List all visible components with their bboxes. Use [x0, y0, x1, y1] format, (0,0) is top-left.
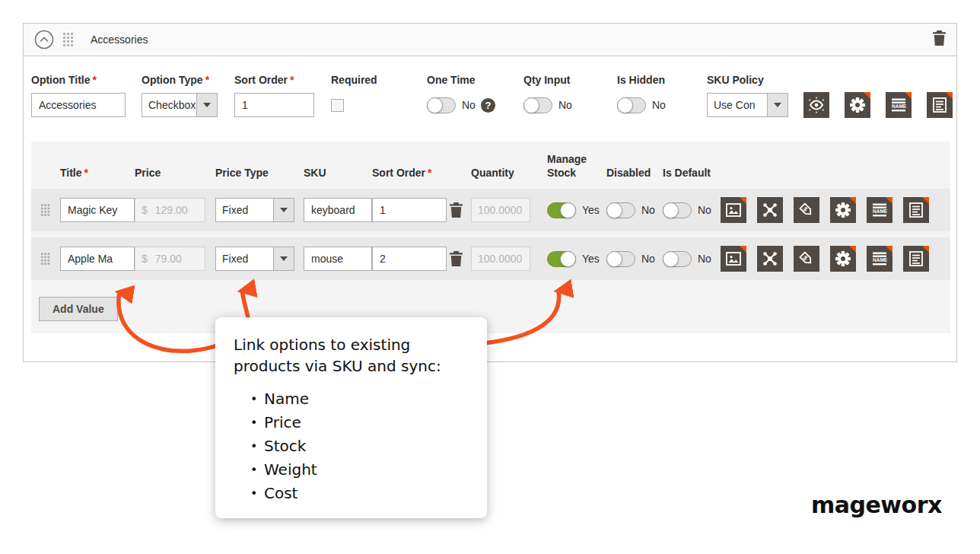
required-checkbox[interactable]: [331, 99, 344, 112]
option-type-label: Option Type: [142, 74, 203, 86]
row-drag-handle-icon[interactable]: [31, 203, 60, 218]
option-type-select[interactable]: Checkbox: [142, 93, 218, 117]
field-required: Required: [331, 74, 377, 117]
disabled-toggle[interactable]: [606, 202, 635, 218]
field-option-type: Option Type* Checkbox: [142, 74, 218, 117]
required-label: Required: [331, 74, 377, 86]
image-icon[interactable]: [721, 246, 746, 272]
is-default-toggle[interactable]: [663, 202, 692, 218]
value-row-keyboard: $129.00 Fixed 100.0000 Yes No No $: [31, 189, 950, 231]
col-price: Price: [135, 166, 215, 180]
sync-name-icon[interactable]: NAME: [867, 197, 892, 223]
sync-description-icon[interactable]: [927, 92, 953, 118]
visibility-eye-icon[interactable]: [803, 92, 829, 118]
is-hidden-label: Is Hidden: [617, 74, 666, 86]
settings-gear-icon[interactable]: [845, 92, 870, 118]
col-manage-stock: Manage Stock: [547, 152, 606, 180]
settings-gear-icon[interactable]: [830, 246, 856, 272]
one-time-toggle[interactable]: [427, 97, 456, 113]
price-tag-icon[interactable]: $: [794, 246, 819, 272]
field-option-title: Option Title*: [31, 74, 126, 117]
qty-input-state: No: [558, 99, 572, 111]
delete-option-trash-icon[interactable]: [933, 30, 946, 49]
required-asterisk: *: [93, 74, 97, 86]
dependency-network-icon[interactable]: [757, 246, 783, 272]
sort-order-input[interactable]: [234, 93, 314, 117]
value-sku-input[interactable]: [304, 247, 372, 271]
collapse-icon[interactable]: [34, 30, 54, 49]
row-drag-handle-icon[interactable]: [31, 252, 60, 266]
col-title: Title*: [60, 166, 135, 180]
svg-text:NAME: NAME: [892, 103, 907, 109]
new-feature-badge: [864, 92, 870, 99]
help-icon[interactable]: ?: [481, 98, 495, 113]
manage-stock-toggle[interactable]: [547, 202, 576, 218]
option-title-input[interactable]: [31, 93, 126, 117]
option-action-icons: NAME: [803, 92, 953, 118]
value-sort-order-input[interactable]: [372, 198, 447, 222]
is-default-toggle[interactable]: [663, 251, 692, 267]
value-price-field: $129.00: [135, 198, 205, 222]
is-hidden-state: No: [652, 99, 666, 111]
new-feature-badge: [886, 197, 892, 204]
new-feature-badge: [922, 197, 929, 204]
callout-item: Price: [234, 411, 473, 435]
one-time-state: No: [462, 99, 476, 111]
value-title-input[interactable]: [60, 198, 135, 222]
callout-item: Name: [234, 387, 473, 411]
price-type-select[interactable]: Fixed: [215, 198, 294, 222]
one-time-label: One Time: [427, 74, 495, 86]
add-value-strip: Add Value: [31, 286, 950, 321]
dependency-network-icon[interactable]: [757, 197, 783, 223]
required-asterisk: *: [290, 74, 294, 86]
sync-name-icon[interactable]: NAME: [886, 92, 912, 118]
is-hidden-toggle[interactable]: [617, 97, 646, 113]
svg-text:NAME: NAME: [873, 209, 888, 214]
chevron-down-icon: [273, 247, 294, 270]
value-sort-order-input[interactable]: [372, 247, 447, 271]
value-action-icons: $ NAME: [721, 197, 950, 223]
option-values-table: Title* Price Price Type SKU Sort Order* …: [31, 142, 950, 333]
new-feature-badge: [740, 246, 746, 253]
callout-item: Weight: [234, 458, 473, 482]
value-row-mouse: $79.00 Fixed 100.0000 Yes No No $: [31, 237, 950, 280]
col-disabled: Disabled: [606, 166, 663, 180]
value-title-input[interactable]: [60, 247, 135, 271]
sync-name-icon[interactable]: NAME: [867, 246, 892, 272]
qty-input-toggle[interactable]: [523, 97, 552, 113]
field-one-time: One Time No ?: [427, 74, 495, 117]
callout-item: Stock: [234, 435, 473, 458]
new-feature-badge: [849, 197, 856, 204]
value-sku-input[interactable]: [304, 198, 372, 222]
value-price-field: $79.00: [135, 247, 205, 271]
delete-value-trash-icon[interactable]: [450, 251, 471, 266]
option-title-heading: Accessories: [91, 33, 148, 46]
sku-policy-label: SKU Policy: [707, 74, 788, 86]
mageworx-logo: mageworx: [811, 492, 942, 518]
col-quantity: Quantity: [471, 166, 547, 180]
new-feature-badge: [886, 246, 892, 253]
field-qty-input: Qty Input No: [523, 74, 572, 117]
sku-policy-select[interactable]: Use Con: [707, 93, 788, 117]
delete-value-trash-icon[interactable]: [450, 202, 471, 218]
settings-gear-icon[interactable]: [830, 197, 856, 223]
chevron-down-icon: [273, 199, 294, 221]
new-feature-badge: [946, 92, 953, 99]
price-tag-icon[interactable]: $: [794, 197, 819, 223]
new-feature-badge: [740, 197, 746, 204]
col-price-type: Price Type: [215, 166, 304, 180]
option-title-label: Option Title: [31, 74, 91, 86]
col-sku: SKU: [304, 166, 372, 180]
new-feature-badge: [905, 92, 912, 99]
drag-handle-icon[interactable]: [63, 33, 74, 47]
manage-stock-toggle[interactable]: [547, 251, 576, 267]
image-icon[interactable]: [721, 197, 746, 223]
disabled-toggle[interactable]: [606, 251, 635, 267]
chevron-down-icon: [767, 94, 788, 116]
add-value-button[interactable]: Add Value: [39, 297, 118, 321]
field-sort-order: Sort Order*: [234, 74, 314, 117]
new-feature-badge: [922, 246, 929, 253]
price-type-select[interactable]: Fixed: [215, 247, 294, 271]
sync-description-icon[interactable]: [903, 246, 929, 272]
sync-description-icon[interactable]: [903, 197, 929, 223]
